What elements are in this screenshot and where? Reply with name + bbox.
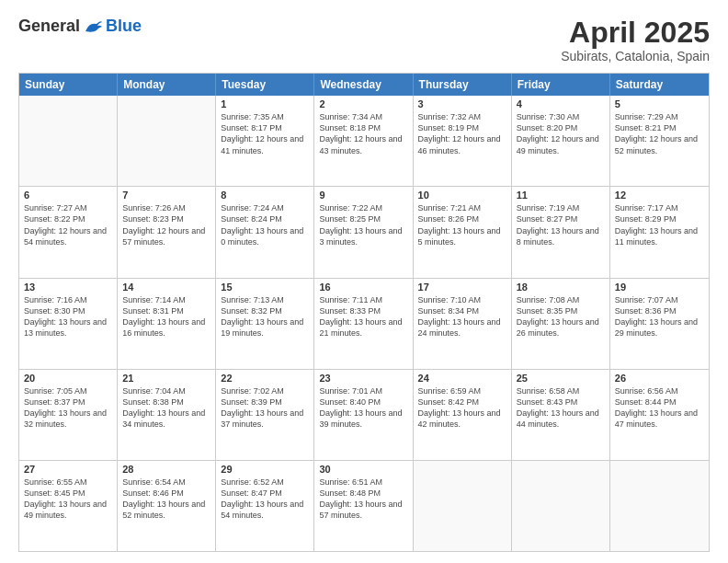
day-info: Sunrise: 7:24 AM Sunset: 8:24 PM Dayligh…	[221, 202, 309, 247]
calendar-header: SundayMondayTuesdayWednesdayThursdayFrid…	[19, 74, 709, 96]
day-number: 21	[122, 373, 210, 384]
day-info: Sunrise: 7:26 AM Sunset: 8:23 PM Dayligh…	[122, 202, 210, 247]
page: General Blue April 2025 Subirats, Catalo…	[0, 0, 728, 563]
calendar-cell-3-1: 21Sunrise: 7:04 AM Sunset: 8:38 PM Dayli…	[118, 370, 216, 460]
calendar-cell-0-4: 3Sunrise: 7:32 AM Sunset: 8:19 PM Daylig…	[414, 96, 512, 186]
calendar-cell-2-2: 15Sunrise: 7:13 AM Sunset: 8:32 PM Dayli…	[216, 279, 314, 369]
day-number: 25	[517, 373, 605, 384]
day-info: Sunrise: 7:11 AM Sunset: 8:33 PM Dayligh…	[319, 294, 407, 339]
calendar-cell-3-0: 20Sunrise: 7:05 AM Sunset: 8:37 PM Dayli…	[19, 370, 118, 460]
day-number: 27	[24, 464, 112, 475]
calendar-cell-4-4	[414, 461, 512, 551]
day-number: 13	[24, 282, 112, 293]
day-number: 11	[517, 190, 605, 201]
day-number: 7	[122, 190, 210, 201]
day-info: Sunrise: 7:17 AM Sunset: 8:29 PM Dayligh…	[615, 202, 704, 247]
day-info: Sunrise: 6:56 AM Sunset: 8:44 PM Dayligh…	[615, 385, 704, 431]
day-info: Sunrise: 7:34 AM Sunset: 8:18 PM Dayligh…	[319, 111, 407, 156]
logo-general-text: General	[18, 17, 80, 36]
day-number: 6	[24, 190, 112, 201]
day-info: Sunrise: 6:52 AM Sunset: 8:47 PM Dayligh…	[221, 477, 309, 522]
calendar-cell-1-3: 9Sunrise: 7:22 AM Sunset: 8:25 PM Daylig…	[314, 187, 413, 277]
day-info: Sunrise: 6:51 AM Sunset: 8:48 PM Dayligh…	[319, 477, 407, 522]
calendar-cell-4-0: 27Sunrise: 6:55 AM Sunset: 8:45 PM Dayli…	[19, 461, 118, 551]
day-info: Sunrise: 7:22 AM Sunset: 8:25 PM Dayligh…	[319, 202, 407, 247]
calendar-cell-3-6: 26Sunrise: 6:56 AM Sunset: 8:44 PM Dayli…	[610, 370, 709, 460]
calendar-cell-4-1: 28Sunrise: 6:54 AM Sunset: 8:46 PM Dayli…	[118, 461, 216, 551]
calendar-cell-1-1: 7Sunrise: 7:26 AM Sunset: 8:23 PM Daylig…	[118, 187, 216, 277]
calendar-cell-2-5: 18Sunrise: 7:08 AM Sunset: 8:35 PM Dayli…	[512, 279, 610, 369]
calendar-cell-1-6: 12Sunrise: 7:17 AM Sunset: 8:29 PM Dayli…	[610, 187, 709, 277]
calendar-cell-1-2: 8Sunrise: 7:24 AM Sunset: 8:24 PM Daylig…	[216, 187, 314, 277]
day-number: 26	[615, 373, 704, 384]
day-number: 15	[221, 282, 309, 293]
day-number: 17	[418, 282, 506, 293]
day-number: 4	[517, 98, 605, 109]
calendar-cell-3-5: 25Sunrise: 6:58 AM Sunset: 8:43 PM Dayli…	[512, 370, 610, 460]
day-info: Sunrise: 6:55 AM Sunset: 8:45 PM Dayligh…	[24, 477, 112, 522]
calendar-cell-0-5: 4Sunrise: 7:30 AM Sunset: 8:20 PM Daylig…	[512, 96, 610, 186]
day-number: 5	[615, 98, 704, 109]
calendar-cell-2-0: 13Sunrise: 7:16 AM Sunset: 8:30 PM Dayli…	[19, 279, 118, 369]
day-number: 12	[615, 190, 704, 201]
calendar-cell-3-3: 23Sunrise: 7:01 AM Sunset: 8:40 PM Dayli…	[314, 370, 413, 460]
calendar-cell-0-2: 1Sunrise: 7:35 AM Sunset: 8:17 PM Daylig…	[216, 96, 314, 186]
day-info: Sunrise: 7:21 AM Sunset: 8:26 PM Dayligh…	[418, 202, 506, 247]
day-info: Sunrise: 7:07 AM Sunset: 8:36 PM Dayligh…	[615, 294, 704, 339]
calendar: SundayMondayTuesdayWednesdayThursdayFrid…	[18, 73, 710, 552]
day-number: 30	[319, 464, 407, 475]
day-number: 19	[615, 282, 704, 293]
calendar-cell-2-6: 19Sunrise: 7:07 AM Sunset: 8:36 PM Dayli…	[610, 279, 709, 369]
calendar-cell-3-4: 24Sunrise: 6:59 AM Sunset: 8:42 PM Dayli…	[414, 370, 512, 460]
calendar-cell-3-2: 22Sunrise: 7:02 AM Sunset: 8:39 PM Dayli…	[216, 370, 314, 460]
day-number: 23	[319, 373, 407, 384]
day-info: Sunrise: 7:10 AM Sunset: 8:34 PM Dayligh…	[418, 294, 506, 339]
day-number: 20	[24, 373, 112, 384]
day-number: 2	[319, 98, 407, 109]
day-info: Sunrise: 7:30 AM Sunset: 8:20 PM Dayligh…	[517, 111, 605, 156]
logo-bird-icon	[84, 18, 104, 35]
calendar-cell-4-5	[512, 461, 610, 551]
calendar-row-4: 27Sunrise: 6:55 AM Sunset: 8:45 PM Dayli…	[19, 460, 709, 551]
day-info: Sunrise: 7:35 AM Sunset: 8:17 PM Dayligh…	[221, 111, 309, 156]
header-day-saturday: Saturday	[610, 74, 709, 96]
day-number: 18	[517, 282, 605, 293]
day-number: 29	[221, 464, 309, 475]
calendar-cell-2-4: 17Sunrise: 7:10 AM Sunset: 8:34 PM Dayli…	[414, 279, 512, 369]
day-info: Sunrise: 7:13 AM Sunset: 8:32 PM Dayligh…	[221, 294, 309, 339]
calendar-row-0: 1Sunrise: 7:35 AM Sunset: 8:17 PM Daylig…	[19, 96, 709, 186]
header-day-sunday: Sunday	[19, 74, 118, 96]
calendar-cell-1-4: 10Sunrise: 7:21 AM Sunset: 8:26 PM Dayli…	[414, 187, 512, 277]
day-number: 24	[418, 373, 506, 384]
header-day-monday: Monday	[118, 74, 216, 96]
header-day-thursday: Thursday	[414, 74, 512, 96]
day-info: Sunrise: 7:19 AM Sunset: 8:27 PM Dayligh…	[517, 202, 605, 247]
day-info: Sunrise: 7:27 AM Sunset: 8:22 PM Dayligh…	[24, 202, 112, 247]
day-info: Sunrise: 7:16 AM Sunset: 8:30 PM Dayligh…	[24, 294, 112, 339]
logo-blue-text: Blue	[106, 17, 142, 36]
calendar-cell-0-1	[118, 96, 216, 186]
title-block: April 2025 Subirats, Catalonia, Spain	[561, 17, 710, 63]
header: General Blue April 2025 Subirats, Catalo…	[18, 17, 710, 63]
calendar-row-2: 13Sunrise: 7:16 AM Sunset: 8:30 PM Dayli…	[19, 278, 709, 369]
location-subtitle: Subirats, Catalonia, Spain	[561, 49, 710, 63]
calendar-cell-4-3: 30Sunrise: 6:51 AM Sunset: 8:48 PM Dayli…	[314, 461, 413, 551]
calendar-row-1: 6Sunrise: 7:27 AM Sunset: 8:22 PM Daylig…	[19, 186, 709, 277]
day-number: 8	[221, 190, 309, 201]
calendar-cell-4-2: 29Sunrise: 6:52 AM Sunset: 8:47 PM Dayli…	[216, 461, 314, 551]
day-info: Sunrise: 7:01 AM Sunset: 8:40 PM Dayligh…	[319, 385, 407, 431]
day-info: Sunrise: 6:54 AM Sunset: 8:46 PM Dayligh…	[122, 477, 210, 522]
calendar-row-3: 20Sunrise: 7:05 AM Sunset: 8:37 PM Dayli…	[19, 369, 709, 460]
calendar-cell-1-0: 6Sunrise: 7:27 AM Sunset: 8:22 PM Daylig…	[19, 187, 118, 277]
month-title: April 2025	[561, 17, 710, 49]
calendar-cell-2-3: 16Sunrise: 7:11 AM Sunset: 8:33 PM Dayli…	[314, 279, 413, 369]
calendar-cell-0-6: 5Sunrise: 7:29 AM Sunset: 8:21 PM Daylig…	[610, 96, 709, 186]
logo: General Blue	[18, 17, 142, 36]
day-info: Sunrise: 7:05 AM Sunset: 8:37 PM Dayligh…	[24, 385, 112, 431]
day-info: Sunrise: 7:32 AM Sunset: 8:19 PM Dayligh…	[418, 111, 506, 156]
day-number: 3	[418, 98, 506, 109]
calendar-body: 1Sunrise: 7:35 AM Sunset: 8:17 PM Daylig…	[19, 96, 709, 551]
header-day-wednesday: Wednesday	[314, 74, 413, 96]
calendar-cell-2-1: 14Sunrise: 7:14 AM Sunset: 8:31 PM Dayli…	[118, 279, 216, 369]
day-number: 9	[319, 190, 407, 201]
